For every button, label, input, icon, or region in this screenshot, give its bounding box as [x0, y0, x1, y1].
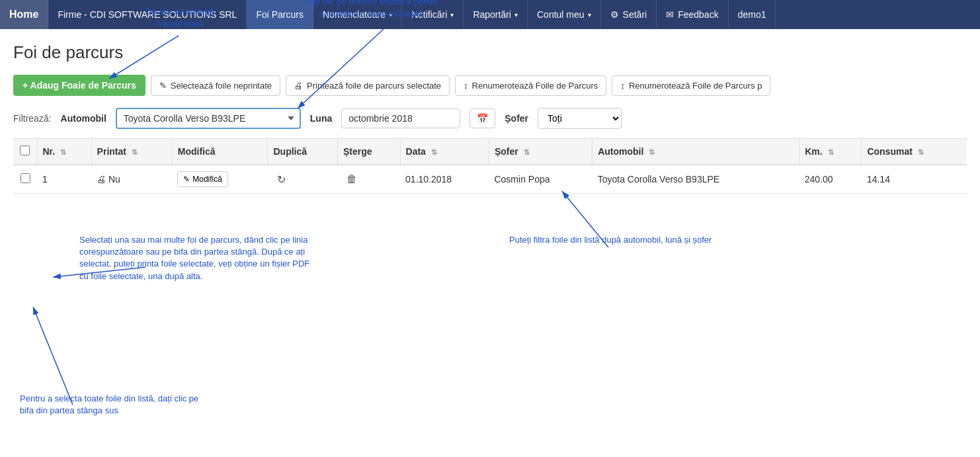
nav-setari[interactable]: Setări: [601, 0, 657, 29]
luna-input[interactable]: [341, 108, 460, 128]
sort-data-icon: ⇅: [431, 148, 437, 156]
row-checkbox-cell[interactable]: [13, 165, 37, 194]
sort-printat-icon: ⇅: [132, 148, 138, 156]
th-consumat[interactable]: Consumat ⇅: [862, 139, 967, 165]
printer-icon: 🖨: [294, 81, 303, 91]
table-header-row: Nr. ⇅ Printat ⇅ Modifică Duplică Șterge …: [13, 139, 967, 165]
svg-line-2: [298, 29, 384, 108]
main-nav: Home Firme - CDI SOFTWARE SOLUTIONS SRL …: [0, 0, 980, 29]
sterge-button[interactable]: 🗑: [343, 172, 361, 187]
nav-nomenclatoare[interactable]: Nomenclatoare ▾: [313, 0, 402, 29]
th-duplica: Duplică: [268, 139, 338, 165]
nav-raportari[interactable]: Raportări ▾: [464, 0, 528, 29]
gear-icon: [610, 9, 619, 20]
th-automobil[interactable]: Automobil ⇅: [592, 139, 799, 165]
select-all-checkbox[interactable]: [20, 145, 30, 155]
page-title: Foi de parcurs: [13, 42, 967, 63]
svg-line-4: [33, 307, 73, 405]
th-sofer[interactable]: Șofer ⇅: [489, 139, 592, 165]
nav-foi-parcurs[interactable]: Foi Parcurs: [247, 0, 313, 29]
content-area: Foi de parcurs + Adaug Foaie de Parcurs …: [13, 42, 967, 439]
sort-km-icon: ⇅: [828, 148, 834, 156]
table-wrapper: Nr. ⇅ Printat ⇅ Modifică Duplică Șterge …: [13, 138, 967, 194]
duplica-button[interactable]: ↻: [273, 172, 290, 187]
nav-feedback[interactable]: Feedback: [657, 0, 728, 29]
sort-icon-2: ↕: [620, 81, 625, 91]
svg-line-5: [562, 191, 608, 247]
row-sterge-cell: 🗑: [337, 165, 400, 194]
filter-label: Filtrează:: [13, 113, 52, 124]
nomenclatoare-caret: ▾: [389, 11, 392, 19]
th-nr[interactable]: Nr. ⇅: [37, 139, 91, 165]
raportari-caret: ▾: [514, 11, 518, 19]
sofer-label: Șofer: [505, 113, 528, 124]
notificari-caret: ▾: [450, 11, 454, 19]
row-sofer: Cosmin Popa: [489, 165, 592, 194]
table-row[interactable]: 1 🖨 Nu ✎ Modifică ↻: [13, 165, 967, 194]
annotations-svg: [13, 42, 967, 439]
nav-firme[interactable]: Firme - CDI SOFTWARE SOLUTIONS SRL: [48, 0, 247, 29]
nav-home[interactable]: Home: [0, 0, 48, 29]
row-km: 240.00: [799, 165, 862, 194]
row-printat: 🖨 Nu: [91, 165, 172, 194]
th-printat[interactable]: Printat ⇅: [91, 139, 172, 165]
row-duplica-cell: ↻: [268, 165, 338, 194]
annotation-select-rows: Selectați una sau mai multe foi de parcu…: [79, 234, 309, 282]
luna-label: Luna: [310, 113, 332, 124]
contul-meu-caret: ▾: [588, 11, 591, 19]
foi-table: Nr. ⇅ Printat ⇅ Modifică Duplică Șterge …: [13, 138, 967, 194]
sort-icon-1: ↕: [464, 81, 468, 91]
sort-nr-icon: ⇅: [60, 148, 66, 156]
row-modifica-cell: ✎ Modifică: [172, 165, 268, 194]
row-checkbox[interactable]: [20, 173, 30, 183]
print-row-icon: 🖨: [97, 174, 106, 185]
edit-icon: ✎: [159, 81, 167, 91]
toolbar: + Adaug Foaie de Parcurs ✎ Selectează fo…: [13, 75, 967, 96]
print-selected-button[interactable]: 🖨 Printează foile de parcurs selectate: [286, 75, 450, 96]
sort-consumat-icon: ⇅: [918, 148, 924, 156]
svg-line-3: [53, 267, 145, 277]
mail-icon: [666, 9, 674, 20]
nav-demo[interactable]: demo1: [729, 0, 776, 29]
select-unprintable-button[interactable]: ✎ Selectează foile neprintate: [151, 75, 280, 96]
row-nr: 1: [37, 165, 91, 194]
renumber-button-1[interactable]: ↕ Renumerotează Foile de Parcurs: [455, 75, 606, 96]
sort-automobil-icon: ⇅: [649, 148, 655, 156]
sort-sofer-icon: ⇅: [524, 148, 530, 156]
calendar-icon: [477, 113, 488, 124]
nav-contul-meu[interactable]: Contul meu ▾: [528, 0, 601, 29]
th-checkbox[interactable]: [13, 139, 37, 165]
th-modifica: Modifică: [172, 139, 268, 165]
add-foaie-button[interactable]: + Adaug Foaie de Parcurs: [13, 75, 145, 96]
filter-row: Filtrează: Automobil Toyota Corolla Vers…: [13, 108, 967, 129]
automobil-label: Automobil: [61, 113, 106, 124]
th-km[interactable]: Km. ⇅: [799, 139, 862, 165]
automobil-select[interactable]: Toyota Corolla Verso B93LPE Toate: [116, 108, 301, 129]
calendar-button[interactable]: [470, 108, 495, 128]
row-data: 01.10.2018: [400, 165, 489, 194]
pencil-icon: ✎: [183, 175, 190, 184]
renumber-button-2[interactable]: ↕ Renumerotează Foile de Parcurs p: [612, 75, 770, 96]
annotation-select-all: Pentru a selecta toate foile din listă, …: [20, 393, 198, 417]
nav-notificari[interactable]: Notificări ▾: [402, 0, 464, 29]
annotation-filter: Puteți filtra foile din listă după autom…: [509, 234, 712, 246]
modifica-button[interactable]: ✎ Modifică: [177, 171, 228, 187]
row-consumat: 14.14: [862, 165, 967, 194]
th-data[interactable]: Data ⇅: [400, 139, 489, 165]
sofer-select[interactable]: Toți Cosmin Popa: [538, 108, 622, 129]
th-sterge: Șterge: [337, 139, 400, 165]
row-automobil: Toyota Corolla Verso B93LPE: [592, 165, 799, 194]
